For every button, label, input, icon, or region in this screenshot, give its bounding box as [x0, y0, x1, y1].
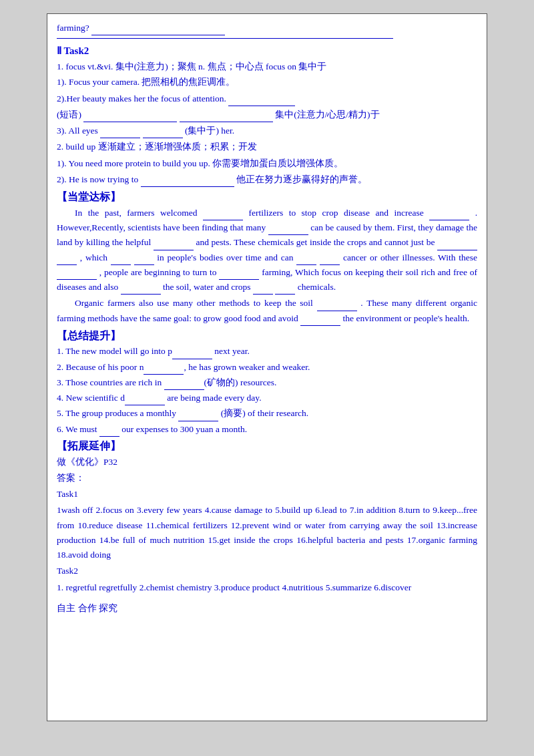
word1-ex4: 3). All eyes (集中于) her. — [57, 124, 477, 138]
task2-answer-label: Task2 — [57, 564, 477, 578]
word1-title: 1. focus vt.&vi. 集中(注意力)；聚焦 n. 焦点；中心点 fo… — [57, 59, 477, 74]
task1-label: Task1 — [57, 487, 477, 502]
p1-blank7a — [296, 264, 316, 265]
farming-blank — [91, 35, 225, 35]
zongjie-header: 【总结提升】 — [57, 327, 477, 345]
dangtang-header: 【当堂达标】 — [57, 188, 477, 206]
zongjie-item-1: 1. The new model will go into p next yea… — [57, 344, 477, 359]
p1-blank3 — [268, 234, 308, 235]
word1-ex2: 2).Her beauty makes her the focus of att… — [57, 91, 477, 106]
p1-blank10 — [121, 294, 161, 295]
p1-blank4 — [154, 250, 194, 250]
zongjie-item-5: 5. The group produces a monthly (摘要) of … — [57, 406, 477, 421]
p1-blank5b — [57, 264, 77, 265]
ex2-blank — [228, 106, 295, 106]
zongjie-list: 1. The new model will go into p next yea… — [57, 344, 477, 437]
p1-blank9 — [219, 279, 259, 280]
z2-blank — [144, 374, 184, 375]
word2-title: 2. build up 逐渐建立；逐渐增强体质；积累；开发 — [57, 140, 477, 154]
paragraph1: In the past, farmers welcomed fertilizer… — [57, 206, 477, 295]
z6-blank — [99, 436, 119, 437]
tuozhan-line1: 做《优化》P32 — [57, 455, 477, 469]
zongjie-item-2: 2. Because of his poor n, he has grown w… — [57, 360, 477, 375]
farming-line: farming? — [57, 21, 477, 35]
task2-answer-text: 1. regretful regretfully 2.chemist chemi… — [57, 580, 477, 595]
p1-blank8 — [57, 279, 97, 280]
z1-blank — [172, 359, 212, 359]
zongjie-item-3: 3. Those countries are rich in (矿物的) res… — [57, 375, 477, 390]
divider-line — [57, 38, 393, 39]
ex3-blank2 — [180, 122, 273, 122]
page-container: farming? Ⅱ Task2 1. focus vt.&vi. 集中(注意力… — [47, 13, 487, 721]
task2-header: Ⅱ Task2 — [57, 43, 477, 59]
p1-blank5 — [437, 250, 477, 250]
word1-ex3: (短语) 集中(注意力/心思/精力)于 — [57, 108, 477, 122]
p2-blank2 — [300, 325, 340, 326]
z5-blank — [178, 421, 218, 421]
z3-blank — [164, 389, 204, 390]
p1-blank11a — [253, 294, 273, 295]
zongjie-item-4: 4. New scientific d are being made every… — [57, 391, 477, 405]
word2-ex1: 1). You need more protein to build you u… — [57, 156, 477, 171]
tuozhan-header: 【拓展延伸】 — [57, 437, 477, 455]
p1-blank11b — [275, 294, 295, 295]
p1-blank6b — [134, 264, 154, 265]
task1-answer: 1wash off 2.focus on 3.every few years 4… — [57, 503, 477, 562]
bottom-bar: 自主 合作 探究 — [57, 600, 477, 616]
word2-ex2-blank — [141, 186, 234, 187]
p1-blank7b — [320, 264, 340, 265]
word2-ex2: 2). He is now trying to 他正在努力逐步赢得好的声誉。 — [57, 172, 477, 187]
paragraph2: Organic farmers also use many other meth… — [57, 296, 477, 326]
p2-blank1 — [317, 311, 357, 311]
ex4-blank2 — [143, 138, 183, 138]
ex3-blank1 — [83, 122, 177, 122]
z4-blank — [125, 405, 165, 405]
p1-blank1 — [203, 220, 243, 220]
p1-blank2 — [429, 220, 469, 220]
p1-blank6a — [111, 264, 131, 265]
ex4-blank1 — [100, 138, 140, 138]
word1-ex1: 1). Focus your camera. 把照相机的焦距调准。 — [57, 75, 477, 89]
tuozhan-line2: 答案： — [57, 471, 477, 486]
zongjie-item-6: 6. We must our expenses to 300 yuan a mo… — [57, 422, 477, 437]
